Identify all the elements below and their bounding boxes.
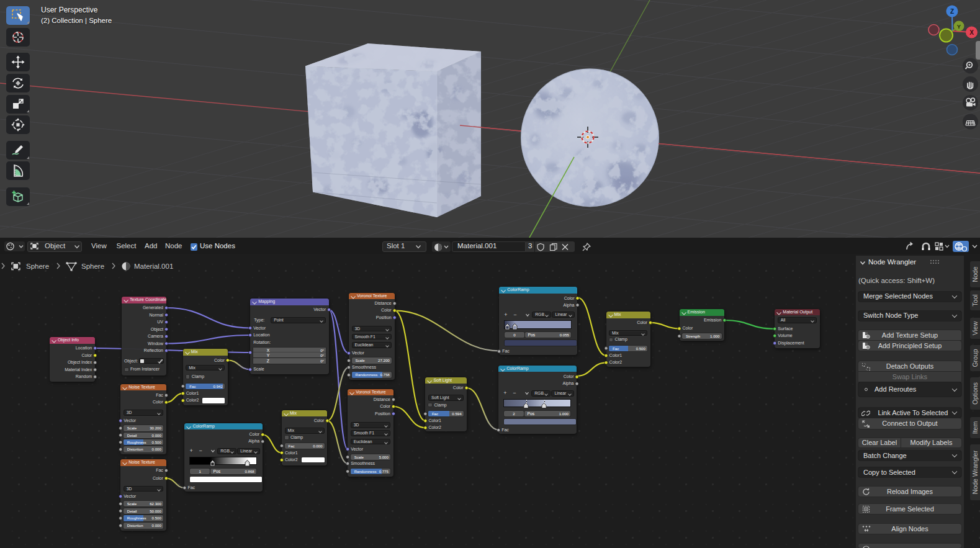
- svg-text:Sphere: Sphere: [26, 263, 49, 270]
- svg-text:Material.001: Material.001: [134, 263, 173, 270]
- svg-text:Sphere: Sphere: [81, 263, 104, 270]
